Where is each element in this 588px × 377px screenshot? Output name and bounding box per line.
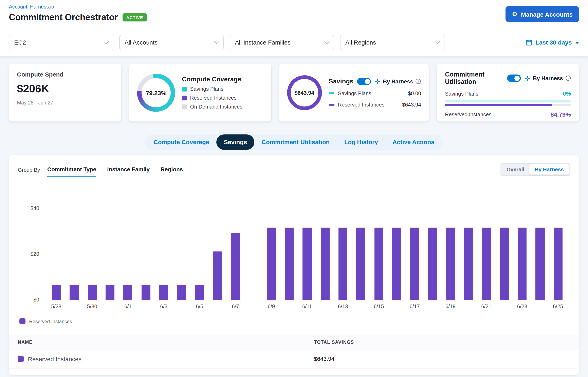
reserved-instances-util-value: 84.79%	[550, 111, 571, 118]
chart-bar[interactable]	[518, 228, 527, 300]
x-axis-label: 6/19	[445, 303, 456, 309]
chart-bar[interactable]	[70, 285, 79, 300]
x-axis-label: 6/15	[374, 303, 384, 309]
date-range-value: Last 30 days	[535, 39, 572, 46]
x-axis-label: 6/21	[481, 303, 492, 309]
table-row[interactable]: Reserved Instances $643.94	[9, 350, 579, 368]
chart-bar[interactable]	[410, 228, 419, 300]
regions-filter-select[interactable]: All Regions	[340, 35, 444, 50]
chart-bar[interactable]	[231, 233, 240, 300]
compute-spend-card: Compute Spend $206K May 28 - Jun 27	[9, 64, 121, 121]
reserved-instances-swatch	[182, 95, 187, 100]
by-harness-toggle[interactable]	[507, 74, 521, 82]
status-badge: ACTIVE	[122, 13, 147, 22]
x-axis-label: 6/23	[517, 303, 527, 309]
chart-bar[interactable]	[88, 285, 96, 300]
chart-bar[interactable]	[285, 228, 294, 300]
util-row-label: Reserved Instances	[445, 111, 492, 118]
x-axis-label: 6/17	[410, 303, 420, 309]
compute-coverage-title: Compute Coverage	[182, 76, 243, 83]
chevron-down-icon	[103, 39, 109, 44]
chart-bar[interactable]	[374, 228, 383, 300]
accounts-filter-select[interactable]: All Accounts	[119, 35, 224, 50]
tab-commitment-utilisation[interactable]: Commitment Utilisation	[254, 134, 337, 150]
savings-row-label: Savings Plans	[338, 90, 371, 96]
reserved-instances-legend-swatch[interactable]	[19, 318, 25, 324]
chart-bar[interactable]	[536, 228, 544, 300]
on-demand-swatch	[182, 104, 187, 109]
chart-bar[interactable]	[446, 228, 455, 300]
x-axis-label: 6/11	[302, 303, 312, 309]
util-row: Reserved Instances 84.79%	[445, 111, 571, 118]
page-content: Compute Spend $206K May 28 - Jun 27 79.2…	[0, 57, 588, 375]
x-axis-label: 6/25	[553, 303, 563, 309]
view-overall-button[interactable]: Overall	[501, 165, 530, 175]
legend-label: Savings Plans	[190, 86, 223, 92]
tab-log-history[interactable]: Log History	[337, 134, 385, 150]
info-icon[interactable]	[565, 75, 571, 81]
chart-bar[interactable]	[500, 228, 509, 300]
chart-bar[interactable]	[123, 285, 133, 300]
summary-cards: Compute Spend $206K May 28 - Jun 27 79.2…	[9, 64, 579, 121]
legend-label: Reserved Instances	[190, 95, 237, 101]
x-axis-label: 5/28	[51, 303, 61, 309]
tab-active-actions[interactable]: Active Actions	[385, 134, 442, 150]
group-tab-regions[interactable]: Regions	[161, 166, 183, 177]
compute-spend-value: $206K	[17, 82, 113, 95]
commitment-utilisation-card: Commitment Utilisation By Harness	[437, 64, 579, 121]
group-tab-instance-family[interactable]: Instance Family	[107, 166, 150, 177]
chart-bar[interactable]	[213, 252, 222, 300]
section-tab-bar: Compute Coverage Savings Commitment Util…	[145, 134, 444, 150]
chart-bar[interactable]	[356, 228, 365, 300]
savings-plans-swatch	[182, 86, 187, 91]
chart-bar[interactable]	[554, 228, 563, 300]
column-header-name: NAME	[9, 340, 314, 345]
chevron-down-icon	[435, 39, 440, 44]
chart-bar[interactable]	[482, 228, 491, 300]
by-harness-toggle[interactable]	[357, 78, 371, 85]
group-tab-commitment-type[interactable]: Commitment Type	[47, 166, 96, 177]
savings-row-value: $643.94	[402, 102, 421, 108]
row-name: Reserved Instances	[28, 355, 81, 362]
info-icon[interactable]	[416, 79, 421, 84]
chart-legend: Reserved Instances	[19, 318, 579, 324]
account-link[interactable]: Account: Harness.io	[9, 0, 54, 10]
savings-table: NAME TOTAL SAVINGS Reserved Instances $6…	[9, 335, 579, 368]
chart-bar[interactable]	[303, 228, 311, 300]
chart-bar[interactable]	[428, 228, 437, 300]
tab-savings[interactable]: Savings	[217, 134, 254, 150]
coverage-percent: 79.23%	[146, 89, 166, 96]
chart-bar[interactable]	[106, 285, 114, 300]
chart-bar[interactable]	[321, 228, 329, 300]
service-filter-value: EC2	[14, 39, 26, 46]
commitment-orchestrator-page: Account: Harness.io Commitment Orchestra…	[0, 0, 588, 377]
manage-accounts-button[interactable]: ⚙ Manage Accounts	[506, 6, 579, 22]
chart-bar[interactable]	[392, 228, 401, 300]
savings-total: $643.94	[295, 90, 314, 96]
chart-bar[interactable]	[177, 285, 186, 300]
reserved-instances-util-bar	[445, 104, 571, 106]
x-axis-label: 6/7	[232, 303, 239, 309]
column-header-total-savings: TOTAL SAVINGS	[314, 340, 354, 345]
date-range-picker[interactable]: Last 30 days	[526, 39, 579, 46]
chart-bar[interactable]	[267, 228, 276, 300]
calendar-icon	[526, 39, 532, 46]
chart-bar[interactable]	[159, 285, 168, 300]
chevron-down-icon	[324, 39, 329, 44]
chart-bar[interactable]	[195, 285, 204, 300]
util-row-label: Savings Plans	[445, 91, 478, 97]
view-by-harness-button[interactable]: By Harness	[530, 165, 569, 175]
table-header: NAME TOTAL SAVINGS	[9, 335, 579, 350]
chart-bar[interactable]	[464, 228, 473, 300]
service-filter-select[interactable]: EC2	[9, 35, 113, 50]
instance-families-filter-select[interactable]: All Instance Families	[230, 35, 334, 50]
gear-icon: ⚙	[512, 11, 518, 17]
savings-card: $643.94 Savings By Harness	[279, 64, 429, 121]
chart-bar[interactable]	[52, 285, 61, 300]
y-axis-label: $20	[14, 251, 39, 257]
tab-compute-coverage[interactable]: Compute Coverage	[146, 134, 217, 150]
chart-bar[interactable]	[141, 285, 150, 300]
savings-plans-util-value: 0%	[563, 90, 571, 97]
savings-donut: $643.94	[287, 75, 322, 110]
chart-bar[interactable]	[338, 228, 347, 300]
